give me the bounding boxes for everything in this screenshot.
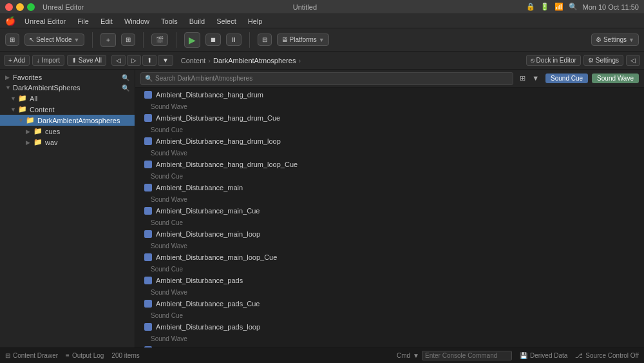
sidebar: ▶ Favorites 🔍 ▼ DarkAmbientSpheres 🔍 ▼ 📁… — [0, 70, 135, 348]
file-item[interactable]: Ambient_Disturbance_pads_loop — [135, 321, 644, 333]
separator-1 — [92, 32, 93, 48]
filter-tag-sound-wave[interactable]: Sound Wave — [592, 74, 639, 83]
close-button[interactable] — [5, 3, 13, 11]
play-button[interactable]: ▶ — [184, 32, 200, 48]
file-item[interactable]: Sound Cue — [135, 263, 644, 275]
menu-edit[interactable]: Edit — [95, 16, 118, 26]
filter-down-icon[interactable]: ▼ — [529, 74, 542, 83]
file-item[interactable]: Sound Cue — [135, 309, 644, 321]
file-item[interactable]: Ambient_Disturbance_pads_Cue — [135, 298, 644, 309]
back-button[interactable]: ◁ — [111, 55, 126, 66]
sidebar-item-cues[interactable]: ▶ 📁 cues — [0, 126, 135, 137]
save-all-button[interactable]: ⬆ Save All — [67, 55, 106, 66]
content-drawer-status[interactable]: ⊟ Content Drawer — [5, 352, 58, 359]
content-drawer-toggle[interactable]: ⊞ — [5, 34, 19, 46]
file-item[interactable]: Sound Cue — [135, 170, 644, 182]
daa-label: DarkAmbientAtmospheres — [37, 117, 120, 124]
collapse-panel-button[interactable]: ◁ — [626, 55, 640, 66]
file-item[interactable]: Sound Wave — [135, 333, 644, 344]
derived-data-icon: 💾 — [520, 352, 527, 359]
file-item[interactable]: Ambient_Disturbance_hang_drum — [135, 89, 644, 101]
stop-button[interactable]: ⏹ — [205, 34, 221, 46]
filter-options-icon[interactable]: ⊞ — [517, 74, 528, 83]
dock-in-editor-button[interactable]: ⎋ Dock in Editor — [526, 55, 581, 66]
menu-tools[interactable]: Tools — [156, 16, 183, 26]
sidebar-item-wav[interactable]: ▶ 📁 wav — [0, 137, 135, 148]
settings-button[interactable]: ⚙ Settings ▼ — [591, 34, 639, 46]
toolbar2-right: ⎋ Dock in Editor ⚙ Settings ◁ — [526, 55, 640, 66]
file-item[interactable]: Sound Cue — [135, 124, 644, 135]
file-item[interactable]: Ambient_Disturbance_hang_drum_Cue — [135, 112, 644, 124]
dock-icon: ⎋ — [531, 57, 535, 64]
platforms-button[interactable]: 🖥 Platforms ▼ — [277, 34, 329, 46]
file-item[interactable]: Ambient_Disturbance_main — [135, 182, 644, 193]
item-count: 200 items — [111, 352, 139, 359]
grid-button[interactable]: ⊞ — [121, 34, 135, 46]
file-item[interactable]: Sound Wave — [135, 147, 644, 159]
sidebar-item-darkambientatmospheres[interactable]: ▼ 📁 DarkAmbientAtmospheres — [0, 115, 135, 126]
platforms-chevron: ▼ — [319, 37, 325, 43]
file-item[interactable]: Sound Wave — [135, 240, 644, 251]
sidebar-item-darkambientspheres[interactable]: ▼ DarkAmbientSpheres 🔍 — [0, 83, 135, 93]
sidebar-item-all[interactable]: ▼ 📁 All — [0, 93, 135, 104]
history-button[interactable]: ▼ — [158, 55, 173, 66]
file-item[interactable]: Sound Wave — [135, 101, 644, 112]
add-button[interactable]: + Add — [4, 55, 30, 66]
source-control-status[interactable]: ⎇ Source Control Off — [575, 351, 639, 360]
file-item[interactable]: Sound Wave — [135, 193, 644, 205]
content-settings-button[interactable]: ⚙ Settings — [583, 55, 623, 66]
das-search-icon[interactable]: 🔍 — [122, 84, 129, 92]
minimize-button[interactable] — [16, 3, 24, 11]
menu-file[interactable]: File — [72, 16, 94, 26]
forward-button[interactable]: ▷ — [127, 55, 141, 66]
menu-unreal-editor[interactable]: Unreal Editor — [19, 16, 71, 26]
sidebar-item-favorites[interactable]: ▶ Favorites 🔍 — [0, 72, 135, 83]
file-item[interactable]: Ambient_Disturbance_main_loop_Cue — [135, 251, 644, 263]
console-command-input[interactable] — [422, 351, 512, 360]
add-actor-button[interactable]: ＋ — [100, 33, 116, 47]
wav-folder-icon: 📁 — [33, 138, 43, 146]
cmd-input-group[interactable]: Cmd ▼ — [397, 351, 512, 360]
apple-menu[interactable]: 🍎 — [5, 16, 15, 26]
drawer-icon: ⊞ — [10, 36, 15, 43]
file-item[interactable]: Ambient_Disturbance_main_loop — [135, 228, 644, 240]
gear-icon: ⚙ — [596, 36, 601, 43]
menu-select[interactable]: Select — [211, 16, 242, 26]
menu-window[interactable]: Window — [119, 16, 155, 26]
layout-button[interactable]: ⊟ — [258, 34, 272, 46]
file-item[interactable]: Ambient_Disturbance_hang_drum_loop_Cue — [135, 159, 644, 170]
filter-tag-sound-cue[interactable]: Sound Cue — [545, 74, 588, 83]
up-button[interactable]: ⬆ — [142, 55, 156, 66]
datetime: Mon 10 Oct 11:50 — [583, 3, 639, 11]
source-control-label: Source Control Off — [585, 352, 639, 359]
favorites-search-icon[interactable]: 🔍 — [122, 74, 129, 81]
select-mode-button[interactable]: ↖ Select Mode ▼ — [24, 34, 84, 46]
cmd-label: Cmd — [397, 352, 410, 359]
search-placeholder: Search DarkAmbientAtmospheres — [155, 75, 252, 82]
file-item[interactable]: Sound Wave — [135, 286, 644, 298]
sidebar-item-content[interactable]: ▼ 📁 Content — [0, 104, 135, 115]
file-item[interactable]: Ambient_Disturbance_hang_drum_loop — [135, 135, 644, 147]
pause-icon: ⏸ — [231, 36, 237, 43]
add-btn-label: + Add — [8, 57, 25, 64]
cinematics-button[interactable]: 🎬 — [151, 34, 168, 46]
output-log-status[interactable]: ≡ Output Log — [66, 352, 104, 359]
search-box[interactable]: 🔍 Search DarkAmbientAtmospheres — [140, 72, 513, 85]
file-item[interactable]: Ambient_Disturbance_main_Cue — [135, 205, 644, 217]
pause-button[interactable]: ⏸ — [226, 34, 242, 46]
file-type-icon — [143, 90, 153, 100]
maximize-button[interactable] — [27, 3, 35, 11]
import-button[interactable]: ↓ Import — [32, 55, 64, 66]
file-item[interactable]: Sound Cue — [135, 217, 644, 228]
filter-tags: ⊞ ▼ — [517, 74, 542, 83]
menu-help[interactable]: Help — [243, 16, 268, 26]
app-name: Unreal Editor — [43, 3, 84, 11]
file-item[interactable]: Ambient_Disturbance_pads — [135, 275, 644, 286]
window-title: Untitled — [88, 3, 522, 11]
derived-data-status[interactable]: 💾 Derived Data — [520, 351, 567, 360]
file-type-icon — [143, 159, 153, 170]
menu-build[interactable]: Build — [184, 16, 210, 26]
layout-icon: ⊟ — [262, 36, 267, 43]
file-item[interactable]: Ambient_Disturbance_pads_loop_Cue — [135, 344, 644, 348]
breadcrumb-root[interactable]: Content — [181, 57, 206, 64]
